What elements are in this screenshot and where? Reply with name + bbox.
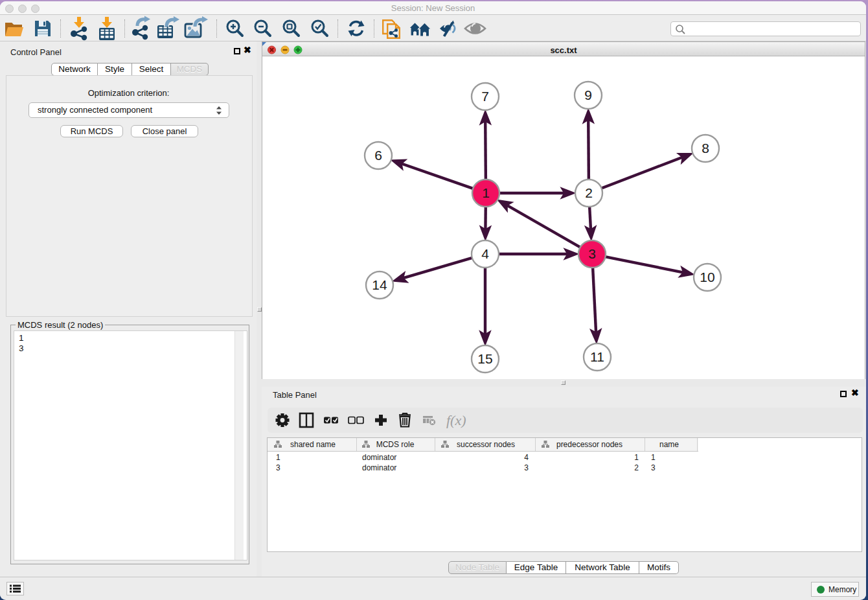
svg-text:4: 4 — [481, 246, 489, 261]
svg-text:name: name — [659, 440, 679, 449]
svg-text:3: 3 — [588, 246, 596, 261]
svg-text:4: 4 — [524, 453, 529, 462]
svg-text:2: 2 — [585, 185, 593, 200]
svg-text:dominator: dominator — [362, 463, 396, 472]
svg-text:6: 6 — [374, 148, 382, 163]
svg-text:3: 3 — [524, 463, 529, 472]
svg-text:f(x): f(x) — [446, 412, 466, 428]
svg-text:MCDS role: MCDS role — [376, 440, 415, 449]
svg-text:1: 1 — [276, 453, 280, 462]
svg-text:1: 1 — [482, 185, 490, 200]
svg-text:1: 1 — [634, 453, 639, 462]
svg-text:3: 3 — [651, 463, 656, 472]
svg-text:successor nodes: successor nodes — [457, 440, 515, 449]
svg-text:9: 9 — [584, 87, 592, 102]
svg-text:1: 1 — [651, 453, 656, 462]
svg-text:7: 7 — [481, 89, 489, 104]
svg-text:15: 15 — [477, 351, 492, 366]
svg-text:shared name: shared name — [290, 440, 336, 449]
svg-text:11: 11 — [590, 349, 604, 364]
svg-text:14: 14 — [372, 277, 387, 292]
svg-text:predecessor nodes: predecessor nodes — [556, 440, 622, 449]
svg-text:8: 8 — [702, 141, 709, 156]
svg-text:10: 10 — [700, 270, 714, 284]
svg-text:3: 3 — [276, 463, 280, 472]
svg-text:dominator: dominator — [362, 453, 396, 462]
svg-text:2: 2 — [634, 463, 639, 472]
